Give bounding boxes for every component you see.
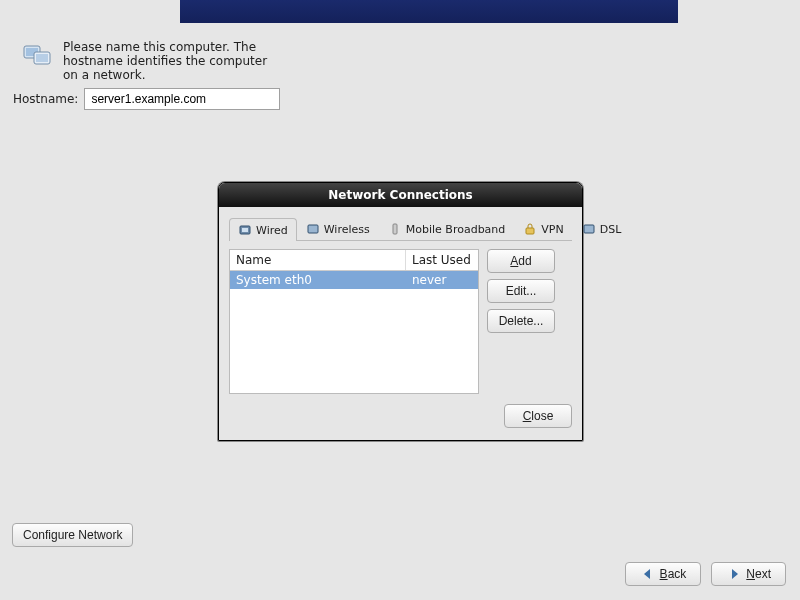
tab-mobile[interactable]: Mobile Broadband bbox=[379, 217, 515, 240]
back-label: Back bbox=[660, 567, 687, 581]
hostname-row: Hostname: bbox=[13, 88, 280, 110]
svg-rect-9 bbox=[584, 225, 594, 233]
edit-label: Edit... bbox=[506, 284, 537, 298]
svg-rect-7 bbox=[393, 224, 397, 234]
wireless-icon bbox=[306, 222, 320, 236]
tab-dsl-label: DSL bbox=[600, 223, 622, 236]
hostname-label: Hostname: bbox=[13, 92, 78, 106]
col-last-used[interactable]: Last Used bbox=[406, 250, 478, 270]
dsl-icon bbox=[582, 222, 596, 236]
close-button[interactable]: Close bbox=[504, 404, 572, 428]
installer-banner bbox=[180, 0, 678, 23]
dialog-body: Wired Wireless Mobile Broadband VPN DSL bbox=[219, 207, 582, 400]
network-connections-dialog: Network Connections Wired Wireless Mobil… bbox=[218, 182, 583, 441]
tab-wired-label: Wired bbox=[256, 224, 288, 237]
intro-row: Please name this computer. The hostname … bbox=[21, 40, 273, 82]
tab-dsl[interactable]: DSL bbox=[573, 217, 631, 240]
dialog-title: Network Connections bbox=[219, 183, 582, 207]
close-label: Close bbox=[523, 409, 554, 423]
tab-wired[interactable]: Wired bbox=[229, 218, 297, 241]
intro-text: Please name this computer. The hostname … bbox=[63, 40, 273, 82]
dialog-footer: Close bbox=[219, 400, 582, 436]
tab-vpn-label: VPN bbox=[541, 223, 563, 236]
delete-label: Delete... bbox=[499, 314, 544, 328]
col-name[interactable]: Name bbox=[230, 250, 406, 270]
configure-network-button[interactable]: Configure Network bbox=[12, 523, 133, 547]
tab-mobile-label: Mobile Broadband bbox=[406, 223, 506, 236]
cell-last-used: never bbox=[406, 271, 478, 289]
connections-table[interactable]: Name Last Used System eth0 never bbox=[229, 249, 479, 394]
svg-rect-6 bbox=[308, 225, 318, 233]
hostname-input[interactable] bbox=[84, 88, 280, 110]
table-row[interactable]: System eth0 never bbox=[230, 271, 478, 289]
tab-vpn[interactable]: VPN bbox=[514, 217, 572, 240]
svg-rect-8 bbox=[526, 228, 534, 234]
table-header: Name Last Used bbox=[230, 250, 478, 271]
nav-buttons: Back Next bbox=[625, 562, 786, 586]
tab-wireless-label: Wireless bbox=[324, 223, 370, 236]
tab-content: Name Last Used System eth0 never Add Edi… bbox=[229, 249, 572, 394]
svg-rect-3 bbox=[36, 54, 48, 62]
arrow-left-icon bbox=[640, 566, 656, 582]
arrow-right-icon bbox=[726, 566, 742, 582]
vpn-lock-icon bbox=[523, 222, 537, 236]
next-label: Next bbox=[746, 567, 771, 581]
back-button[interactable]: Back bbox=[625, 562, 702, 586]
add-button[interactable]: Add bbox=[487, 249, 555, 273]
svg-rect-5 bbox=[242, 228, 248, 232]
edit-button[interactable]: Edit... bbox=[487, 279, 555, 303]
tab-wireless[interactable]: Wireless bbox=[297, 217, 379, 240]
next-button[interactable]: Next bbox=[711, 562, 786, 586]
computer-icon bbox=[21, 40, 53, 72]
dialog-button-column: Add Edit... Delete... bbox=[487, 249, 555, 394]
mobile-broadband-icon bbox=[388, 222, 402, 236]
wired-icon bbox=[238, 223, 252, 237]
cell-name: System eth0 bbox=[230, 271, 406, 289]
add-label: Add bbox=[510, 254, 531, 268]
delete-button[interactable]: Delete... bbox=[487, 309, 555, 333]
dialog-tabs: Wired Wireless Mobile Broadband VPN DSL bbox=[229, 217, 572, 241]
